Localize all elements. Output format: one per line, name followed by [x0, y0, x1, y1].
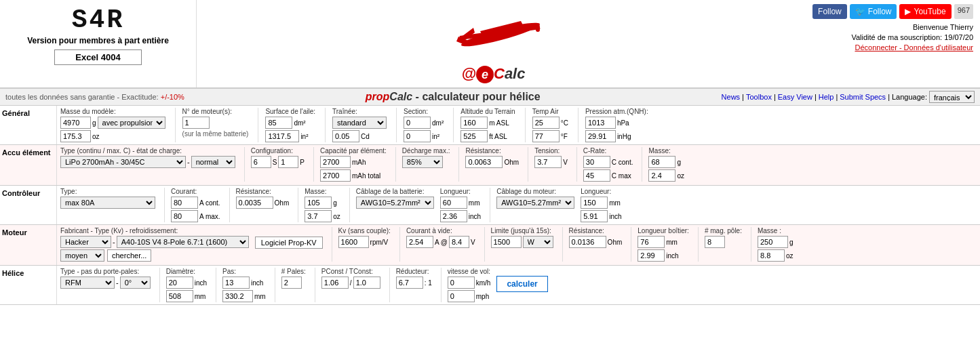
- capacite-input[interactable]: [320, 156, 351, 168]
- accu-state-select[interactable]: normal plein faible: [191, 156, 235, 168]
- ctrl-type-select[interactable]: max 80A: [60, 197, 155, 209]
- helice-label: Hélice: [0, 266, 57, 304]
- cablage-bat-select[interactable]: AWG10=5.27mm² AWG12=3.31mm²: [356, 197, 434, 209]
- accu-masse-oz-unit: oz: [677, 172, 684, 180]
- masse-oz-input[interactable]: [60, 130, 91, 142]
- section-dm2-input[interactable]: [404, 117, 431, 129]
- ctrl-longueur-mot-input[interactable]: [581, 197, 608, 209]
- trainee-select[interactable]: standard faible élevée: [332, 117, 387, 129]
- moteur-resistance-input[interactable]: [569, 236, 606, 248]
- altitude-ft-input[interactable]: [460, 130, 488, 142]
- moteur-cooling-select[interactable]: moyen bon mauvais: [60, 249, 104, 262]
- ctrl-masse-oz-input[interactable]: [305, 210, 332, 222]
- nav-disclaimer: toutes les données sans garantie - Exact…: [5, 93, 184, 101]
- ctrl-masse-input[interactable]: [305, 197, 332, 209]
- accu-resistance-input[interactable]: [465, 156, 503, 168]
- propulsion-select[interactable]: avec propulsion sans propulsion: [98, 117, 165, 129]
- nav-title: propCalc - calculateur pour hélice: [366, 91, 541, 103]
- section-in2-input[interactable]: [404, 130, 431, 142]
- surface-in2-input[interactable]: [265, 130, 299, 142]
- moteur-fabricant-select[interactable]: Hacker Axi Scorpion: [60, 236, 111, 248]
- twitter-follow-button[interactable]: 🐦 Follow: [850, 4, 897, 19]
- ctrl-courant-max-input[interactable]: [171, 210, 198, 222]
- pales-input[interactable]: [281, 277, 302, 289]
- vitesse-mph-input[interactable]: [448, 290, 475, 302]
- nav-links: News | Toolbox | Easy View | Help | Subm…: [722, 91, 975, 103]
- ctrl-longueur-bat-inch-input[interactable]: [440, 210, 467, 222]
- courant-vide-v-unit: V: [471, 239, 475, 246]
- pconst-input[interactable]: [321, 277, 349, 289]
- ctrl-courant-cont-input[interactable]: [171, 197, 198, 209]
- accu-masse-oz-input[interactable]: [648, 169, 675, 182]
- calculer-button[interactable]: calculer: [496, 276, 547, 292]
- config-p-input[interactable]: [278, 156, 298, 168]
- accu-type-select[interactable]: LiPo 2700mAh - 30/45C: [60, 156, 186, 168]
- config-label: Configuration:: [251, 147, 305, 155]
- helice-pas-input[interactable]: [222, 277, 250, 289]
- moteur-masse-field-group: Masse : g oz: [758, 227, 793, 262]
- diametre-input[interactable]: [166, 277, 193, 289]
- courant-vide-v-input[interactable]: [449, 236, 469, 248]
- youtube-button[interactable]: ▶ YouTube: [899, 4, 951, 19]
- limite-input[interactable]: [491, 236, 522, 248]
- help-link[interactable]: Help: [819, 93, 834, 101]
- chercher-button[interactable]: chercher...: [107, 249, 151, 262]
- pression-inhg-input[interactable]: [585, 130, 616, 142]
- reducteur-input[interactable]: [396, 277, 423, 289]
- language-select[interactable]: français English Deutsch: [929, 91, 975, 103]
- tconst-input[interactable]: [353, 277, 380, 289]
- helice-pas-select[interactable]: 0° 5° 10°: [120, 277, 151, 289]
- crate-cont-input[interactable]: [583, 156, 610, 168]
- crate-field-group: C-Rate: C cont. C max: [583, 147, 633, 182]
- masse-input[interactable]: [60, 117, 91, 129]
- cd-input[interactable]: [332, 130, 359, 142]
- altitude-m-input[interactable]: [460, 117, 488, 129]
- helice-pas-mm-input[interactable]: [222, 290, 253, 302]
- cablage-mot-field-group: Câblage du moteur: AWG10=5.27mm² AWG12=3…: [496, 188, 574, 209]
- temp-f-input[interactable]: [532, 130, 560, 142]
- ctrl-longueur-mot-field-group: Longueur: mm inch: [581, 188, 621, 222]
- ctrl-longueur-mot-inch-input[interactable]: [581, 210, 608, 222]
- config-s-input[interactable]: [251, 156, 271, 168]
- ctrl-resistance-input[interactable]: [236, 197, 273, 209]
- courant-vide-input[interactable]: [406, 236, 433, 248]
- accu-masse-input[interactable]: [648, 156, 675, 168]
- surface-input[interactable]: [265, 117, 292, 129]
- vitesse-input[interactable]: [448, 277, 475, 289]
- tension-input[interactable]: [534, 156, 562, 168]
- toolbox-link[interactable]: Toolbox: [746, 93, 772, 101]
- moteur-type-select[interactable]: A40-10S V4 8-Pole 6.7:1 (1600): [117, 236, 249, 248]
- submit-specs-link[interactable]: Submit Specs: [840, 93, 886, 101]
- moteur-longueur-inch-input[interactable]: [638, 249, 665, 262]
- limite-unit-select[interactable]: W A: [523, 236, 553, 248]
- ctrl-longueur-bat-input[interactable]: [440, 197, 467, 209]
- pression-hpa-input[interactable]: [585, 117, 616, 129]
- diametre-mm-input[interactable]: [166, 290, 193, 302]
- moteur-longueur-input[interactable]: [638, 236, 665, 248]
- disconnect-link[interactable]: Déconnecter - Données d'utilisateur: [797, 43, 973, 52]
- ecalc-logo-text: @eCalc: [462, 65, 526, 83]
- moteur-input[interactable]: [182, 117, 210, 129]
- easyview-link[interactable]: Easy View: [778, 93, 812, 101]
- crate-max-input[interactable]: [583, 169, 610, 182]
- facebook-follow-button[interactable]: Follow: [812, 4, 847, 19]
- kv-unit: rpm/V: [370, 239, 389, 246]
- ctrl-type-label: Type:: [60, 188, 155, 195]
- pconst-label: PConst / TConst:: [321, 268, 380, 275]
- tension-field-group: Tension: V: [534, 147, 568, 168]
- decharge-select[interactable]: 85% 80% 90% 100%: [402, 156, 443, 168]
- limite-label: Limite (jusqu'à 15s):: [491, 227, 553, 234]
- temp-c-input[interactable]: [532, 117, 560, 129]
- right-header: Follow 🐦 Follow ▶ YouTube 967 Bienvenue …: [790, 0, 980, 87]
- kv-input[interactable]: [338, 236, 369, 248]
- mag-pole-input[interactable]: [705, 236, 725, 248]
- general-section: Général Masse du modèle: g avec propulsi…: [0, 106, 980, 145]
- moteur-masse-input[interactable]: [758, 236, 788, 248]
- surface-in2-unit: in²: [300, 133, 308, 140]
- helice-type-select[interactable]: RFM APC Graupner: [60, 277, 115, 289]
- capacite-total-input[interactable]: [320, 169, 351, 182]
- propkv-button[interactable]: Logiciel Prop-KV: [255, 237, 323, 249]
- news-link[interactable]: News: [722, 93, 741, 101]
- cablage-mot-select[interactable]: AWG10=5.27mm² AWG12=3.31mm²: [496, 197, 574, 209]
- moteur-masse-oz-input[interactable]: [758, 249, 785, 262]
